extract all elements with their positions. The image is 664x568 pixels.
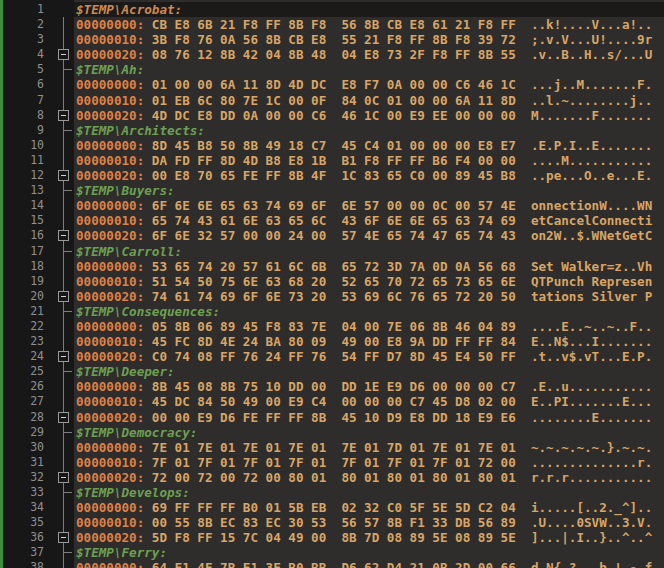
code-text[interactable]: $TEMP\Ah: bbox=[74, 62, 664, 77]
fold-margin[interactable] bbox=[54, 289, 74, 304]
line-number[interactable]: 25 bbox=[0, 364, 54, 379]
editor-line[interactable]: 38 00000000:64 F1 4E 7B F1 3F B0 BBD6 62… bbox=[0, 560, 664, 568]
fold-margin[interactable] bbox=[54, 319, 74, 334]
editor-line[interactable]: 28 00000020:00 00 E9 D6 FE FF FF 8B45 10… bbox=[0, 410, 664, 425]
code-text[interactable]: 00000000:7E 01 7E 01 7E 01 7E 017E 01 7D… bbox=[74, 440, 664, 455]
editor-line[interactable]: 4 00000020:08 76 12 8B 42 04 8B 4804 E8 … bbox=[0, 47, 664, 62]
editor-line[interactable]: 18 00000000:53 65 74 20 57 61 6C 6B65 72… bbox=[0, 259, 664, 274]
fold-margin[interactable] bbox=[54, 500, 74, 515]
fold-margin[interactable] bbox=[54, 379, 74, 394]
fold-collapse-icon[interactable] bbox=[58, 412, 69, 423]
editor-line[interactable]: 12 00000020:00 E8 70 65 FE FF 8B 4F1C 83… bbox=[0, 168, 664, 183]
editor-line[interactable]: 16 00000020:6F 6E 32 57 00 00 24 0057 4E… bbox=[0, 228, 664, 243]
fold-margin[interactable] bbox=[54, 349, 74, 364]
line-number[interactable]: 31 bbox=[0, 455, 54, 470]
editor-line[interactable]: 25 $TEMP\Deeper: bbox=[0, 364, 664, 379]
line-number[interactable]: 19 bbox=[0, 274, 54, 289]
editor-line[interactable]: 19 00000010:51 54 50 75 6E 63 68 2052 65… bbox=[0, 274, 664, 289]
fold-margin[interactable] bbox=[54, 410, 74, 425]
code-text[interactable]: 00000000:CB E8 6B 21 F8 FF 8B F856 8B CB… bbox=[74, 17, 664, 32]
line-number[interactable]: 27 bbox=[0, 394, 54, 409]
fold-margin[interactable] bbox=[54, 470, 74, 485]
editor-line[interactable]: 7 00000010:01 EB 6C 80 7E 1C 00 0F84 0C … bbox=[0, 93, 664, 108]
fold-margin[interactable] bbox=[54, 304, 74, 319]
line-number[interactable]: 2 bbox=[0, 17, 54, 32]
editor-line[interactable]: 23 00000010:45 FC 8D 4E 24 BA 80 0949 00… bbox=[0, 334, 664, 349]
editor-line[interactable]: 21 $TEMP\Consequences: bbox=[0, 304, 664, 319]
editor-line[interactable]: 15 00000010:65 74 43 61 6E 63 65 6C43 6F… bbox=[0, 213, 664, 228]
fold-margin[interactable] bbox=[54, 425, 74, 440]
line-number[interactable]: 35 bbox=[0, 515, 54, 530]
fold-margin[interactable] bbox=[54, 213, 74, 228]
line-number[interactable]: 16 bbox=[0, 228, 54, 243]
fold-margin[interactable] bbox=[54, 228, 74, 243]
code-text[interactable]: 00000020:00 E8 70 65 FE FF 8B 4F1C 83 65… bbox=[74, 168, 664, 183]
line-number[interactable]: 9 bbox=[0, 123, 54, 138]
fold-margin[interactable] bbox=[54, 530, 74, 545]
code-text[interactable]: $TEMP\Consequences: bbox=[74, 304, 664, 319]
editor-line[interactable]: 11 00000010:DA FD FF 8D 4D B8 E8 1BB1 F8… bbox=[0, 153, 664, 168]
fold-margin[interactable] bbox=[54, 2, 74, 17]
fold-collapse-icon[interactable] bbox=[58, 532, 69, 543]
code-text[interactable]: 00000010:DA FD FF 8D 4D B8 E8 1BB1 F8 FF… bbox=[74, 153, 664, 168]
line-number[interactable]: 24 bbox=[0, 349, 54, 364]
code-text[interactable]: $TEMP\Architects: bbox=[74, 123, 664, 138]
line-number[interactable]: 13 bbox=[0, 183, 54, 198]
editor-line[interactable]: 35 00000010:00 55 8B EC 83 EC 30 5356 57… bbox=[0, 515, 664, 530]
code-text[interactable]: $TEMP\Ferry: bbox=[74, 545, 664, 560]
code-text[interactable]: 00000020:5D F8 FF 15 7C 04 49 008B 7D 08… bbox=[74, 530, 664, 545]
fold-collapse-icon[interactable] bbox=[58, 110, 69, 121]
editor-line[interactable]: 32 00000020:72 00 72 00 72 00 80 0180 01… bbox=[0, 470, 664, 485]
editor-line[interactable]: 14 00000000:6F 6E 6E 65 63 74 69 6F6E 57… bbox=[0, 198, 664, 213]
fold-margin[interactable] bbox=[54, 62, 74, 77]
line-number[interactable]: 22 bbox=[0, 319, 54, 334]
fold-margin[interactable] bbox=[54, 274, 74, 289]
fold-margin[interactable] bbox=[54, 364, 74, 379]
line-number[interactable]: 12 bbox=[0, 168, 54, 183]
line-number[interactable]: 1 bbox=[0, 2, 54, 17]
fold-margin[interactable] bbox=[54, 108, 74, 123]
fold-margin[interactable] bbox=[54, 334, 74, 349]
code-text[interactable]: 00000020:C0 74 08 FF 76 24 FF 7654 FF D7… bbox=[74, 349, 664, 364]
fold-margin[interactable] bbox=[54, 47, 74, 62]
fold-margin[interactable] bbox=[54, 168, 74, 183]
editor-line[interactable]: 9 $TEMP\Architects: bbox=[0, 123, 664, 138]
fold-margin[interactable] bbox=[54, 259, 74, 274]
fold-margin[interactable] bbox=[54, 244, 74, 259]
fold-margin[interactable] bbox=[54, 440, 74, 455]
code-text[interactable]: 00000010:01 EB 6C 80 7E 1C 00 0F84 0C 01… bbox=[74, 93, 664, 108]
editor-line[interactable]: 27 00000010:45 DC 84 50 49 00 E9 C400 00… bbox=[0, 394, 664, 409]
line-number[interactable]: 36 bbox=[0, 530, 54, 545]
line-number[interactable]: 32 bbox=[0, 470, 54, 485]
code-text[interactable]: 00000020:74 61 74 69 6F 6E 73 2053 69 6C… bbox=[74, 289, 664, 304]
fold-margin[interactable] bbox=[54, 138, 74, 153]
code-text[interactable]: $TEMP\Buyers: bbox=[74, 183, 664, 198]
line-number[interactable]: 3 bbox=[0, 32, 54, 47]
line-number[interactable]: 17 bbox=[0, 244, 54, 259]
line-number[interactable]: 29 bbox=[0, 425, 54, 440]
editor-line[interactable]: 1 $TEMP\Acrobat: bbox=[0, 2, 664, 17]
line-number[interactable]: 6 bbox=[0, 77, 54, 92]
line-number[interactable]: 20 bbox=[0, 289, 54, 304]
line-number[interactable]: 23 bbox=[0, 334, 54, 349]
editor-line[interactable]: 37 $TEMP\Ferry: bbox=[0, 545, 664, 560]
code-text[interactable]: 00000000:64 F1 4E 7B F1 3F B0 BBD6 62 D4… bbox=[74, 560, 664, 568]
editor-line[interactable]: 8 00000020:4D DC E8 DD 0A 00 00 C646 1C … bbox=[0, 108, 664, 123]
line-number[interactable]: 14 bbox=[0, 198, 54, 213]
editor-line[interactable]: 2 00000000:CB E8 6B 21 F8 FF 8B F856 8B … bbox=[0, 17, 664, 32]
line-number[interactable]: 8 bbox=[0, 108, 54, 123]
code-text[interactable]: 00000000:8B 45 08 8B 75 10 DD 00DD 1E E9… bbox=[74, 379, 664, 394]
fold-collapse-icon[interactable] bbox=[58, 291, 69, 302]
code-text[interactable]: $TEMP\Acrobat: bbox=[74, 2, 664, 17]
fold-margin[interactable] bbox=[54, 545, 74, 560]
editor-line[interactable]: 6 00000000:01 00 00 6A 11 8D 4D DCE8 F7 … bbox=[0, 77, 664, 92]
editor-line[interactable]: 31 00000010:7F 01 7F 01 7F 01 7F 017F 01… bbox=[0, 455, 664, 470]
line-number[interactable]: 28 bbox=[0, 410, 54, 425]
fold-margin[interactable] bbox=[54, 515, 74, 530]
line-number[interactable]: 7 bbox=[0, 93, 54, 108]
line-number[interactable]: 4 bbox=[0, 47, 54, 62]
editor-line[interactable]: 24 00000020:C0 74 08 FF 76 24 FF 7654 FF… bbox=[0, 349, 664, 364]
fold-margin[interactable] bbox=[54, 394, 74, 409]
code-text[interactable]: $TEMP\Deeper: bbox=[74, 364, 664, 379]
code-text[interactable]: 00000010:00 55 8B EC 83 EC 30 5356 57 8B… bbox=[74, 515, 664, 530]
